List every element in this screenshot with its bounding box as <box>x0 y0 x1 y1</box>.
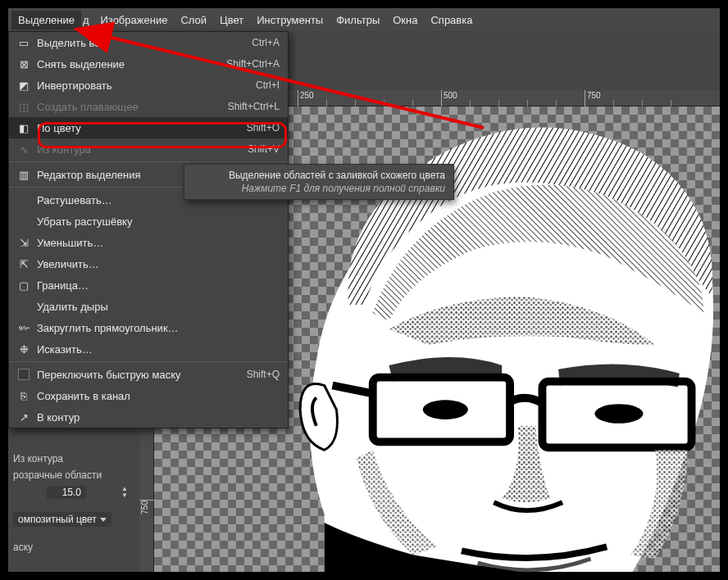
menuitem-from-path: ∿ Из контура Shift+V <box>9 138 288 160</box>
menuitem-floating: ◫ Создать плавающее Shift+Ctrl+L <box>9 96 288 117</box>
grow-icon: ⇱ <box>17 257 30 270</box>
opt-partial-1: Из контура <box>8 451 133 467</box>
border-icon: ▢ <box>17 279 30 292</box>
tooltip-title: Выделение областей с заливкой схожего цв… <box>193 170 445 181</box>
menuitem-distort[interactable]: ❉ Исказить… <box>9 338 288 360</box>
menubar: Выделение д Изображение Слой Цвет Инстру… <box>8 8 720 31</box>
tool-options: Из контура розрачные области 15.0 ▲ ▼ ом… <box>8 451 133 555</box>
menuitem-save-to-channel[interactable]: ⎘ Сохранить в канал <box>9 385 288 406</box>
from-path-icon: ∿ <box>17 143 30 156</box>
menu-filters[interactable]: Фильтры <box>330 11 386 29</box>
menuitem-toggle-quickmask[interactable]: Переключить быструю маску Shift+Q <box>9 364 288 385</box>
editor-icon: ▥ <box>17 168 30 181</box>
menu-separator <box>9 361 288 362</box>
svg-point-9 <box>423 400 468 419</box>
menuitem-select-none[interactable]: ⊠ Снять выделение Shift+Ctrl+A <box>9 53 288 75</box>
menuitem-grow[interactable]: ⇱ Увеличить… <box>9 253 288 274</box>
menu-layer[interactable]: Слой <box>174 11 213 29</box>
ruler-label: 750 <box>140 501 149 514</box>
select-none-icon: ⊠ <box>17 57 30 70</box>
select-all-icon: ▭ <box>17 36 30 49</box>
to-path-icon: ↗ <box>17 410 30 424</box>
menu-select[interactable]: Выделение <box>11 11 81 29</box>
menuitem-by-color[interactable]: ◧ По цвету Shift+O <box>9 117 288 138</box>
menuitem-border[interactable]: ▢ Граница… <box>9 274 288 296</box>
menuitem-to-path[interactable]: ↗ В контур <box>9 406 288 428</box>
opt-mask-row[interactable]: аску <box>8 539 133 555</box>
menu-colors[interactable]: Цвет <box>213 11 250 29</box>
menuitem-select-all[interactable]: ▭ Выделить всё Ctrl+A <box>9 32 288 53</box>
select-by-mode[interactable]: омпозитный цвет <box>13 512 111 527</box>
menu-view-partial[interactable]: д <box>81 11 94 29</box>
shrink-icon: ⇲ <box>17 236 30 249</box>
ruler-label: 250 <box>300 91 314 100</box>
tooltip-hint: Нажмите F1 для получения полной справки <box>193 183 445 194</box>
stepper-down-icon[interactable]: ▼ <box>121 492 128 499</box>
quickmask-icon <box>17 368 30 381</box>
menu-tools[interactable]: Инструменты <box>250 11 330 29</box>
menu-image[interactable]: Изображение <box>93 11 174 29</box>
svg-point-10 <box>594 404 643 424</box>
menuitem-sharpen[interactable]: Убрать растушёвку <box>9 211 288 232</box>
tooltip: Выделение областей с заливкой схожего цв… <box>184 164 454 200</box>
opt-label: розрачные области <box>13 469 102 481</box>
menu-separator <box>9 161 288 162</box>
menuitem-shrink[interactable]: ⇲ Уменьшить… <box>9 232 288 253</box>
opt-label: аску <box>13 541 33 553</box>
save-channel-icon: ⎘ <box>17 389 30 402</box>
opt-transparent-areas[interactable]: розрачные области <box>8 467 133 483</box>
menuitem-remove-holes[interactable]: Удалить дыры <box>9 296 288 317</box>
select-by-label: омпозитный цвет <box>18 514 97 525</box>
distort-icon: ❉ <box>17 342 30 356</box>
select-menu-dropdown: ▭ Выделить всё Ctrl+A ⊠ Снять выделение … <box>8 31 289 428</box>
menu-windows[interactable]: Окна <box>386 11 424 29</box>
menuitem-round-rect[interactable]: ៚ Закруглить прямоугольник… <box>9 317 288 338</box>
menuitem-invert[interactable]: ◩ Инвертировать Ctrl+I <box>9 75 288 96</box>
menu-help[interactable]: Справка <box>424 11 479 29</box>
invert-icon: ◩ <box>17 79 30 92</box>
threshold-input[interactable]: 15.0 <box>47 486 86 499</box>
opt-threshold-row: 15.0 ▲ ▼ <box>8 483 133 501</box>
ruler-label: 750 <box>587 91 601 100</box>
ruler-label: 500 <box>444 91 457 100</box>
by-color-icon: ◧ <box>17 121 30 134</box>
opt-label: Из контура <box>13 453 63 464</box>
link-icon: ៚ <box>17 321 30 334</box>
floating-icon: ◫ <box>17 100 30 113</box>
chevron-down-icon <box>100 518 107 522</box>
